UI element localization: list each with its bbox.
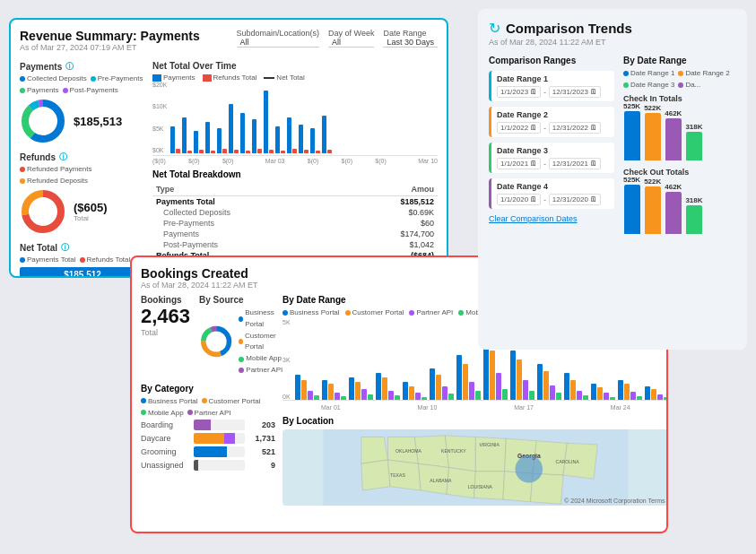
comparison-trends-card: ↻ Comparison Trends As of Mar 28, 2024 1… bbox=[478, 9, 747, 350]
svg-text:LOUISIANA: LOUISIANA bbox=[468, 484, 493, 489]
check-in-bar-2: 522K bbox=[644, 104, 661, 160]
comparison-ranges: Comparison Ranges Date Range 1 1/1/2023🗓… bbox=[489, 56, 614, 241]
comparison-right: By Date Range Date Range 1 Date Range 2 … bbox=[623, 56, 736, 241]
source-legend: Business Portal Customer Portal Mobile A… bbox=[239, 307, 285, 377]
breakdown-table: Type Amou Payments Total $185,512 Collec… bbox=[152, 183, 438, 261]
bookings-source-donut: Business Portal Customer Portal Mobile A… bbox=[199, 307, 286, 377]
refunds-donut: ($605) Total bbox=[20, 188, 145, 235]
svg-text:CAROLINA: CAROLINA bbox=[556, 459, 580, 464]
comparison-ranges-title: Comparison Ranges bbox=[489, 56, 614, 65]
table-row: Payments Total $185,512 bbox=[152, 196, 438, 208]
map-placeholder: Georgia OKLAHOMA KENTUCKY VIRGINIA TEXAS… bbox=[282, 429, 668, 506]
bookings-subtitle: As of Mar 28, 2024 11:22 AM ET bbox=[141, 281, 258, 290]
boarding-bar-track bbox=[194, 420, 245, 430]
comparison-title: Comparison Trends bbox=[506, 21, 632, 36]
refunds-donut-chart bbox=[20, 188, 66, 235]
date-range-1-start[interactable]: 1/1/2023🗓 bbox=[497, 86, 541, 98]
category-unassigned: Unassigned 9 bbox=[141, 460, 275, 471]
bookings-title: Bookings Created bbox=[141, 266, 258, 281]
revenue-title: Revenue Summary: Payments bbox=[20, 29, 200, 43]
date-range-3-end[interactable]: 12/31/2021🗓 bbox=[549, 158, 601, 169]
bookings-x-labels: Mar 01Mar 10Mar 17Mar 24 bbox=[282, 404, 668, 411]
refunds-sub: Total bbox=[74, 214, 108, 222]
revenue-subtitle: As of Mar 27, 2024 07:19 AM ET bbox=[20, 43, 200, 52]
table-row: Pre-Payments $60 bbox=[152, 218, 438, 229]
refunds-info-icon[interactable]: ⓘ bbox=[59, 151, 67, 163]
net-chart-x-labels: ($(0)$(0)$(0) Mar 03 $(0)$(0)$(0) Mar 10 bbox=[152, 158, 438, 164]
day-of-week-filter[interactable]: Day of Week All bbox=[328, 29, 374, 48]
date-range-2: Date Range 2 1/1/2022🗓 - 12/31/2022🗓 bbox=[489, 107, 614, 137]
refunds-legend: Refunded Payments Refunded Deposits bbox=[20, 165, 145, 185]
by-location-title: By Location bbox=[282, 416, 668, 426]
comparison-body: Comparison Ranges Date Range 1 1/1/2023🗓… bbox=[489, 56, 736, 241]
check-in-bar-3: 462K bbox=[665, 109, 682, 160]
date-range-2-start[interactable]: 1/1/2022🗓 bbox=[497, 122, 541, 134]
copyright: © 2024 Microsoft Corporation Terms bbox=[564, 498, 665, 504]
category-grooming: Grooming 521 bbox=[141, 446, 275, 457]
category-daycare: Daycare 1,731 bbox=[141, 433, 275, 444]
by-category-section: By Category Business Portal Customer Por… bbox=[141, 384, 275, 471]
bookings-total-value: 2,463 bbox=[141, 305, 190, 328]
date-range-3: Date Range 3 1/1/2021🗓 - 12/31/2021🗓 bbox=[489, 143, 614, 173]
svg-text:TEXAS: TEXAS bbox=[390, 472, 405, 478]
revenue-filters: Subdomain/Location(s) All Day of Week Al… bbox=[237, 29, 438, 48]
net-chart-title: Net Total Over Time bbox=[152, 61, 438, 71]
net-total-legend: Payments Total Refunds Total bbox=[20, 255, 145, 264]
breakdown-title: Net Total Breakdown bbox=[152, 169, 438, 179]
date-range-2-end[interactable]: 12/31/2022🗓 bbox=[549, 122, 601, 134]
bookings-source-section: By Source Business Portal Customer Porta… bbox=[199, 295, 286, 377]
check-out-bar-2: 522K bbox=[644, 177, 661, 234]
date-range-1-end[interactable]: 12/31/2023🗓 bbox=[549, 86, 601, 98]
svg-text:OKLAHOMA: OKLAHOMA bbox=[395, 448, 421, 454]
check-out-bar-1: 525K bbox=[623, 176, 640, 234]
table-row: Post-Payments $1,042 bbox=[152, 239, 438, 250]
payments-value: $185,513 bbox=[74, 115, 122, 128]
category-legend: Business Portal Customer Portal Mobile A… bbox=[141, 397, 275, 417]
svg-text:VIRGINIA: VIRGINIA bbox=[480, 442, 500, 447]
source-donut-chart bbox=[199, 320, 233, 363]
by-date-range-title: By Date Range bbox=[623, 56, 736, 65]
net-total-chart: $20K $10K $5K $0K bbox=[152, 84, 438, 156]
check-out-bar-chart: 525K 522K 462K 318K bbox=[623, 180, 736, 234]
by-location-section: By Location bbox=[282, 416, 668, 506]
table-row: Payments $174,700 bbox=[152, 229, 438, 239]
payments-donut: $185,513 bbox=[20, 98, 145, 144]
date-range-4: Date Range 4 1/1/2020🗓 - 12/31/2020🗓 bbox=[489, 178, 614, 209]
payments-info-icon[interactable]: ⓘ bbox=[65, 61, 74, 73]
payments-donut-chart bbox=[20, 98, 66, 144]
payments-section-label: Payments ⓘ bbox=[20, 61, 145, 73]
svg-text:KENTUCKY: KENTUCKY bbox=[441, 448, 466, 454]
daycare-bar-track bbox=[194, 433, 245, 444]
net-chart-legend: Payments Refunds Total Net Total bbox=[152, 74, 438, 82]
category-boarding: Boarding 203 bbox=[141, 420, 275, 430]
table-row: Collected Deposits $0.69K bbox=[152, 207, 438, 218]
date-range-filter[interactable]: Date Range Last 30 Days bbox=[383, 29, 438, 48]
bookings-left: Bookings 2,463 Total By Source bbox=[141, 295, 275, 506]
svg-text:ALABAMA: ALABAMA bbox=[430, 479, 452, 484]
check-in-bar-chart: 525K 522K 462K 318K bbox=[623, 107, 736, 160]
subdomain-filter[interactable]: Subdomain/Location(s) All bbox=[237, 29, 320, 48]
check-in-bar-1: 525K bbox=[623, 102, 640, 160]
check-out-bar-4: 318K bbox=[685, 196, 702, 234]
grooming-bar-track bbox=[194, 446, 245, 457]
bookings-total: Bookings 2,463 Total bbox=[141, 295, 190, 337]
date-range-4-end[interactable]: 12/31/2020🗓 bbox=[549, 194, 601, 205]
comparison-subtitle: As of Mar 28, 2024 11:22 AM ET bbox=[489, 38, 736, 47]
check-in-bar-4: 318K bbox=[685, 123, 702, 160]
refunds-section-label: Refunds ⓘ bbox=[20, 151, 145, 163]
clear-comparison-dates[interactable]: Clear Comparison Dates bbox=[489, 214, 614, 223]
refresh-icon: ↻ bbox=[489, 20, 500, 37]
svg-point-15 bbox=[515, 455, 543, 483]
refunds-value: ($605) bbox=[74, 201, 108, 214]
net-total-bar: $185,512 bbox=[20, 267, 145, 278]
date-range-3-start[interactable]: 1/1/2021🗓 bbox=[497, 158, 541, 169]
location-map: Georgia OKLAHOMA KENTUCKY VIRGINIA TEXAS… bbox=[282, 429, 668, 506]
date-range-4-start[interactable]: 1/1/2020🗓 bbox=[497, 194, 541, 205]
unassigned-bar-track bbox=[194, 460, 245, 471]
by-category-title: By Category bbox=[141, 384, 275, 394]
net-total-section-label: Net Total ⓘ bbox=[20, 242, 145, 254]
net-total-info-icon[interactable]: ⓘ bbox=[61, 242, 69, 254]
payments-legend: Collected Deposits Pre-Payments Payments… bbox=[20, 74, 145, 94]
check-out-bar-3: 462K bbox=[665, 183, 682, 234]
date-range-1: Date Range 1 1/1/2023🗓 - 12/31/2023🗓 bbox=[489, 71, 614, 101]
